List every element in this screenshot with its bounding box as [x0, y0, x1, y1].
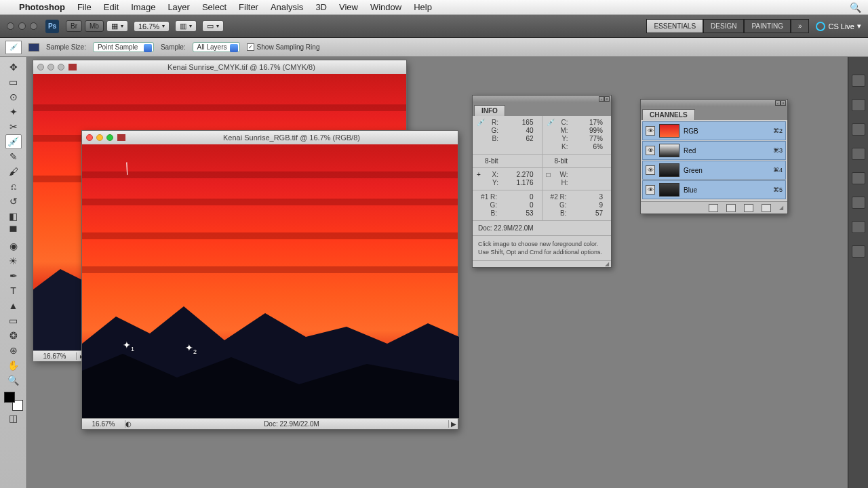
shape-tool[interactable]: ▭ — [5, 313, 22, 328]
info-panel[interactable]: ‹× INFO 💉 R:G:B: 1654062 💉 C:M:Y:K: 17%9… — [472, 95, 612, 268]
window-controls[interactable] — [86, 134, 113, 141]
new-channel-icon[interactable] — [744, 204, 753, 212]
view-extras-dropdown[interactable]: ▦ — [106, 20, 128, 32]
panel-collapse-icon[interactable]: ‹ — [775, 100, 781, 106]
show-sampling-ring-label: Show Sampling Ring — [257, 43, 320, 51]
channel-row-rgb[interactable]: 👁RGB⌘2 — [642, 121, 786, 140]
cs-live-icon — [816, 22, 825, 31]
channel-shortcut: ⌘5 — [773, 186, 783, 193]
swatches-panel-icon[interactable] — [852, 172, 865, 184]
workspace-design[interactable]: DESIGN — [703, 19, 744, 33]
workspace-painting[interactable]: PAINTING — [744, 19, 790, 33]
sample-size-select[interactable]: Point Sample — [93, 42, 154, 52]
type-tool[interactable]: T — [5, 283, 22, 298]
brush-tool[interactable]: 🖌 — [5, 164, 22, 179]
quick-mask-toggle[interactable]: ◫ — [5, 411, 22, 426]
zoom-tool[interactable]: 🔍 — [5, 373, 22, 388]
spotlight-icon[interactable]: 🔍 — [850, 2, 861, 13]
menu-select[interactable]: Select — [202, 2, 226, 12]
channel-row-green[interactable]: 👁Green⌘4 — [642, 161, 786, 180]
arrange-docs-dropdown[interactable]: ▥ — [175, 20, 197, 32]
panel-resize-icon[interactable]: ◢ — [473, 260, 611, 267]
menu-image[interactable]: Image — [131, 2, 155, 12]
cs-live-button[interactable]: CS Live▾ — [816, 22, 861, 31]
healing-tool[interactable]: ✎ — [5, 149, 22, 164]
blur-tool[interactable]: ◉ — [5, 239, 22, 253]
doc2-canvas[interactable]: ╱ ✦1 ✦2 — [82, 144, 458, 418]
workspace-essentials[interactable]: ESSENTIALS — [646, 19, 703, 33]
magic-wand-tool[interactable]: ✦ — [5, 104, 22, 119]
screen-mode-dropdown[interactable]: ▭ — [202, 20, 224, 32]
info-tab[interactable]: INFO — [474, 105, 505, 116]
adjustments-panel-icon[interactable] — [852, 123, 865, 136]
3d-camera-tool[interactable]: ⊛ — [5, 343, 22, 358]
minibridge-panel-icon[interactable] — [852, 75, 865, 87]
eyedropper-tool[interactable]: 💉 — [5, 134, 22, 149]
doc2-docsize[interactable]: Doc: 22.9M/22.0M — [135, 420, 448, 428]
history-brush-tool[interactable]: ↺ — [5, 194, 22, 209]
menu-edit[interactable]: Edit — [104, 2, 119, 12]
color-panel-icon[interactable] — [852, 148, 865, 160]
doc2-titlebar[interactable]: Kenai Sunrise_RGB.tif @ 16.7% (RGB/8) — [82, 131, 458, 144]
app-name[interactable]: Photoshop — [19, 2, 65, 12]
channel-row-red[interactable]: 👁Red⌘3 — [642, 141, 786, 160]
dodge-tool[interactable]: ☀ — [5, 253, 22, 268]
pen-tool[interactable]: ✒ — [5, 268, 22, 283]
doc1-titlebar[interactable]: Kenai Sunrise_CMYK.tif @ 16.7% (CMYK/8) — [33, 60, 406, 74]
show-sampling-ring-checkbox[interactable]: ✓ — [247, 43, 254, 51]
doc-icon — [68, 64, 77, 70]
visibility-toggle-icon[interactable]: 👁 — [646, 165, 655, 175]
menu-3d[interactable]: 3D — [315, 2, 327, 12]
menu-help[interactable]: Help — [414, 2, 432, 12]
fg-bg-colors[interactable] — [4, 392, 23, 411]
panel-close-icon[interactable]: × — [604, 96, 610, 102]
gradient-tool[interactable]: ▀ — [5, 224, 22, 239]
menu-file[interactable]: File — [77, 2, 92, 12]
channel-row-blue[interactable]: 👁Blue⌘5 — [642, 180, 786, 199]
hand-tool[interactable]: ✋ — [5, 358, 22, 373]
delete-channel-icon[interactable] — [762, 204, 771, 212]
move-tool[interactable]: ✥ — [5, 60, 22, 75]
lasso-tool[interactable]: ⊙ — [5, 89, 22, 104]
paths-panel-icon[interactable] — [852, 245, 865, 258]
menu-window[interactable]: Window — [370, 2, 401, 12]
app-window-controls[interactable] — [7, 22, 37, 30]
color-sampler-2[interactable]: ✦2 — [185, 342, 197, 355]
layers-panel-icon[interactable] — [852, 221, 865, 233]
panel-resize-icon[interactable]: ◢ — [779, 205, 783, 211]
visibility-toggle-icon[interactable]: 👁 — [646, 126, 655, 136]
menu-layer[interactable]: Layer — [167, 2, 190, 12]
panel-close-icon[interactable]: × — [781, 100, 786, 106]
visibility-toggle-icon[interactable]: 👁 — [646, 185, 655, 195]
load-selection-icon[interactable] — [709, 204, 718, 212]
menu-analysis[interactable]: Analysis — [271, 2, 303, 12]
channel-name: Green — [684, 167, 769, 174]
visibility-toggle-icon[interactable]: 👁 — [646, 146, 655, 155]
doc1-zoom[interactable]: 16.67% — [33, 352, 77, 360]
doc-window-rgb[interactable]: Kenai Sunrise_RGB.tif @ 16.7% (RGB/8) ╱ … — [81, 130, 458, 430]
launch-minibridge-button[interactable]: Mb — [85, 20, 104, 32]
eraser-tool[interactable]: ◧ — [5, 209, 22, 224]
zoom-dropdown[interactable]: 16.7% — [134, 21, 170, 32]
color-sampler-1[interactable]: ✦1 — [123, 340, 134, 352]
3d-tool[interactable]: ❂ — [5, 328, 22, 343]
current-tool-icon[interactable]: 💉 — [5, 41, 22, 54]
save-selection-icon[interactable] — [726, 204, 736, 212]
channels-panel[interactable]: ‹× CHANNELS 👁RGB⌘2👁Red⌘3👁Green⌘4👁Blue⌘5 … — [640, 99, 788, 214]
path-select-tool[interactable]: ▲ — [5, 298, 22, 313]
menu-filter[interactable]: Filter — [239, 2, 258, 12]
doc2-zoom[interactable]: 16.67% — [82, 420, 125, 428]
channels-tab[interactable]: CHANNELS — [642, 109, 695, 120]
sampled-color-swatch[interactable] — [28, 43, 39, 52]
sample-layers-select[interactable]: All Layers — [193, 42, 240, 52]
crop-tool[interactable]: ✂ — [5, 119, 22, 134]
history-panel-icon[interactable] — [852, 99, 865, 111]
statusbar-arrow[interactable]: ▶ — [448, 420, 458, 428]
launch-bridge-button[interactable]: Br — [66, 20, 82, 32]
marquee-tool[interactable]: ▭ — [5, 75, 22, 89]
styles-panel-icon[interactable] — [852, 197, 865, 209]
menu-view[interactable]: View — [339, 2, 358, 12]
panel-collapse-icon[interactable]: ‹ — [599, 96, 604, 102]
workspace-more[interactable]: » — [791, 19, 810, 33]
stamp-tool[interactable]: ⎌ — [5, 179, 22, 194]
